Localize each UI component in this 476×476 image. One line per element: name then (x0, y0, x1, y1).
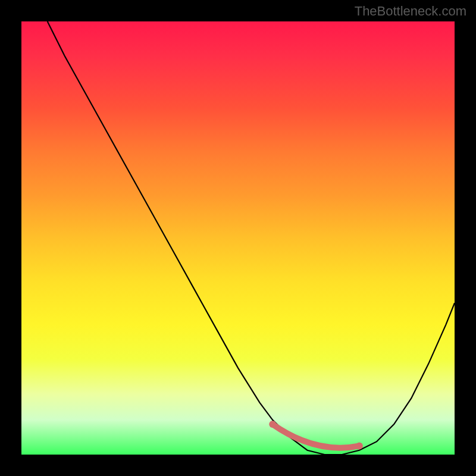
watermark-text: TheBottleneck.com (355, 4, 466, 19)
chart-bottom-accent (273, 424, 359, 448)
chart-plot-area (21, 21, 455, 455)
chart-curve-line (48, 21, 455, 455)
chart-svg (21, 21, 455, 455)
chart-accent-dot-right (356, 442, 363, 449)
chart-accent-dot-left (269, 421, 276, 428)
